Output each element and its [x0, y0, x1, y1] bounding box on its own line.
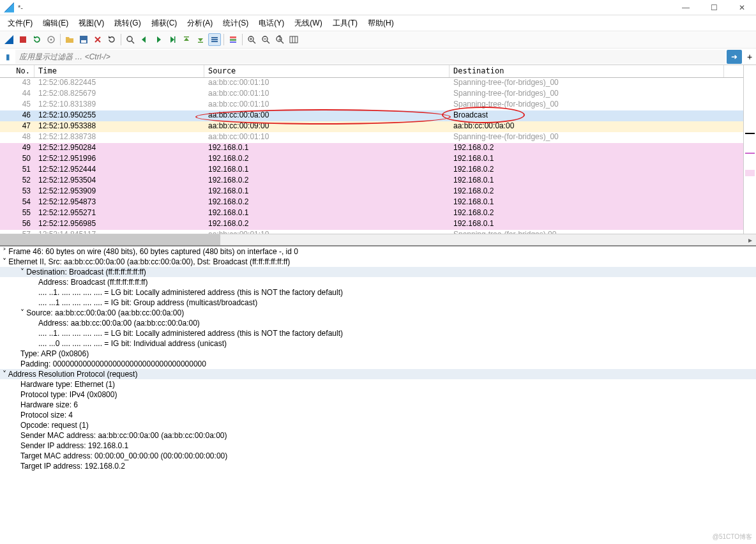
save-file-icon[interactable] — [77, 33, 90, 46]
menu-item[interactable]: 分析(A) — [182, 17, 218, 30]
timeline-scrollbar[interactable] — [743, 65, 756, 234]
svg-point-2 — [50, 39, 52, 41]
detail-line[interactable]: Sender IP address: 192.168.0.1 — [0, 441, 756, 451]
scroll-thumb[interactable] — [0, 234, 220, 245]
resize-columns-icon[interactable] — [287, 33, 300, 46]
open-file-icon[interactable] — [63, 33, 76, 46]
detail-line[interactable]: Type: ARP (0x0806) — [0, 349, 756, 359]
svg-rect-4 — [81, 40, 86, 43]
detail-line[interactable]: Protocol size: 4 — [0, 410, 756, 420]
restart-capture-icon[interactable] — [31, 33, 43, 46]
reload-icon[interactable] — [105, 33, 118, 46]
go-forward-icon[interactable] — [152, 33, 165, 46]
packet-list-header[interactable]: No. Time Source Destination — [0, 65, 743, 78]
packet-row[interactable]: 4412:52:08.825679aa:bb:cc:00:01:10Spanni… — [0, 89, 743, 100]
detail-line[interactable]: .... ...1 .... .... .... .... = IG bit: … — [0, 298, 756, 308]
go-first-icon[interactable] — [180, 33, 193, 46]
scroll-right-icon[interactable]: ▸ — [745, 234, 756, 245]
autoscroll-icon[interactable] — [208, 33, 221, 46]
packet-row[interactable]: 4812:52:12.838738aa:bb:cc:00:01:10Spanni… — [0, 132, 743, 143]
svg-rect-14 — [230, 39, 236, 41]
find-icon[interactable] — [124, 33, 137, 46]
packet-row[interactable]: 5312:52:12.953909192.168.0.1192.168.0.2 — [0, 186, 743, 197]
detail-line[interactable]: Sender MAC address: aa:bb:cc:00:0a:00 (a… — [0, 430, 756, 441]
filter-bar: ▮ ➜ + — [0, 49, 756, 65]
go-back-icon[interactable] — [138, 33, 151, 46]
options-icon[interactable] — [45, 33, 57, 46]
detail-line[interactable]: Target IP address: 192.168.0.2 — [0, 461, 756, 471]
packet-row[interactable]: 4312:52:06.822445aa:bb:cc:00:01:10Spanni… — [0, 78, 743, 89]
detail-line[interactable]: Target MAC address: 00:00:00_00:00:00 (0… — [0, 451, 756, 461]
detail-line[interactable]: Hardware size: 6 — [0, 400, 756, 410]
packet-row[interactable]: 4912:52:12.950284192.168.0.1192.168.0.2 — [0, 143, 743, 154]
packet-row[interactable]: 5412:52:12.954873192.168.0.2192.168.0.1 — [0, 197, 743, 208]
apply-filter-button[interactable]: ➜ — [727, 50, 742, 64]
packet-row[interactable]: 4712:52:10.953388aa:bb:cc:00:09:00aa:bb:… — [0, 121, 743, 132]
add-filter-button[interactable]: + — [743, 52, 756, 62]
detail-line[interactable]: .... ...0 .... .... .... .... = IG bit: … — [0, 338, 756, 349]
detail-line[interactable]: Source: aa:bb:cc:00:0a:00 (aa:bb:cc:00:0… — [0, 308, 756, 318]
detail-line[interactable]: Ethernet II, Src: aa:bb:cc:00:0a:00 (aa:… — [0, 257, 756, 267]
detail-line[interactable]: .... ..1. .... .... .... .... = LG bit: … — [0, 287, 756, 298]
detail-line[interactable]: Destination: Broadcast (ff:ff:ff:ff:ff:f… — [0, 267, 756, 277]
window-title: *- — [18, 4, 672, 11]
detail-line[interactable]: Address: Broadcast (ff:ff:ff:ff:ff:ff) — [0, 277, 756, 287]
minimize-button[interactable]: — — [672, 0, 700, 15]
col-header-source[interactable]: Source — [204, 65, 450, 77]
packet-row[interactable]: 5512:52:12.955271192.168.0.1192.168.0.2 — [0, 208, 743, 219]
zoom-in-icon[interactable] — [245, 33, 258, 46]
packet-row[interactable]: 4612:52:10.950255aa:bb:cc:00:0a:00Broadc… — [0, 110, 743, 121]
svg-rect-9 — [198, 42, 203, 43]
menu-item[interactable]: 无线(W) — [289, 17, 327, 30]
packet-row[interactable]: 5112:52:12.952444192.168.0.1192.168.0.2 — [0, 165, 743, 176]
detail-line[interactable]: .... ..1. .... .... .... .... = LG bit: … — [0, 328, 756, 338]
svg-rect-12 — [211, 41, 218, 42]
col-header-no[interactable]: No. — [0, 65, 34, 77]
separator — [60, 34, 61, 45]
start-capture-icon[interactable] — [3, 33, 15, 46]
menu-bar: 文件(F)编辑(E)视图(V)跳转(G)捕获(C)分析(A)统计(S)电话(Y)… — [0, 15, 756, 31]
menu-item[interactable]: 跳转(G) — [109, 17, 146, 30]
detail-line[interactable]: Protocol type: IPv4 (0x0800) — [0, 389, 756, 400]
horizontal-scrollbar[interactable]: ◂ ▸ — [0, 234, 756, 245]
close-button[interactable]: ✕ — [728, 0, 756, 15]
menu-item[interactable]: 文件(F) — [3, 17, 38, 30]
svg-rect-7 — [174, 36, 176, 43]
packet-row[interactable]: 5612:52:12.956985192.168.0.2192.168.0.1 — [0, 219, 743, 230]
detail-line[interactable]: Opcode: request (1) — [0, 420, 756, 430]
separator — [223, 34, 224, 45]
svg-line-17 — [253, 41, 255, 43]
stop-capture-icon[interactable] — [17, 33, 29, 46]
bookmark-icon[interactable]: ▮ — [1, 50, 14, 63]
detail-line[interactable]: Address Resolution Protocol (request) — [0, 369, 756, 379]
maximize-button[interactable]: ☐ — [700, 0, 728, 15]
title-bar: *- — ☐ ✕ — [0, 0, 756, 15]
packet-row[interactable]: 5212:52:12.953504192.168.0.2192.168.0.1 — [0, 176, 743, 186]
detail-line[interactable]: Hardware type: Ethernet (1) — [0, 379, 756, 389]
menu-item[interactable]: 捕获(C) — [146, 17, 183, 30]
jump-icon[interactable] — [166, 33, 179, 46]
detail-line[interactable]: Padding: 0000000000000000000000000000000… — [0, 359, 756, 369]
menu-item[interactable]: 编辑(E) — [38, 17, 73, 30]
zoom-reset-icon[interactable]: 1 — [273, 33, 286, 46]
svg-rect-11 — [211, 39, 218, 40]
menu-item[interactable]: 电话(Y) — [253, 17, 289, 30]
menu-item[interactable]: 视图(V) — [73, 17, 109, 30]
packet-row[interactable]: 5012:52:12.951996192.168.0.2192.168.0.1 — [0, 154, 743, 165]
menu-item[interactable]: 统计(S) — [218, 17, 253, 30]
display-filter-input[interactable] — [15, 50, 725, 64]
packet-row[interactable]: 4512:52:10.831389aa:bb:cc:00:01:10Spanni… — [0, 100, 743, 110]
go-last-icon[interactable] — [194, 33, 207, 46]
app-icon — [4, 3, 14, 13]
close-file-icon[interactable] — [91, 33, 104, 46]
col-header-time[interactable]: Time — [34, 65, 204, 77]
menu-item[interactable]: 工具(T) — [328, 17, 363, 30]
detail-line[interactable]: Frame 46: 60 bytes on wire (480 bits), 6… — [0, 246, 756, 257]
watermark: @51CTO博客 — [713, 533, 752, 541]
colorize-icon[interactable] — [227, 33, 239, 46]
menu-item[interactable]: 帮助(H) — [363, 17, 399, 30]
detail-line[interactable]: Address: aa:bb:cc:00:0a:00 (aa:bb:cc:00:… — [0, 318, 756, 328]
packet-details-pane[interactable]: Frame 46: 60 bytes on wire (480 bits), 6… — [0, 245, 756, 544]
zoom-out-icon[interactable] — [259, 33, 272, 46]
col-header-destination[interactable]: Destination — [450, 65, 724, 77]
